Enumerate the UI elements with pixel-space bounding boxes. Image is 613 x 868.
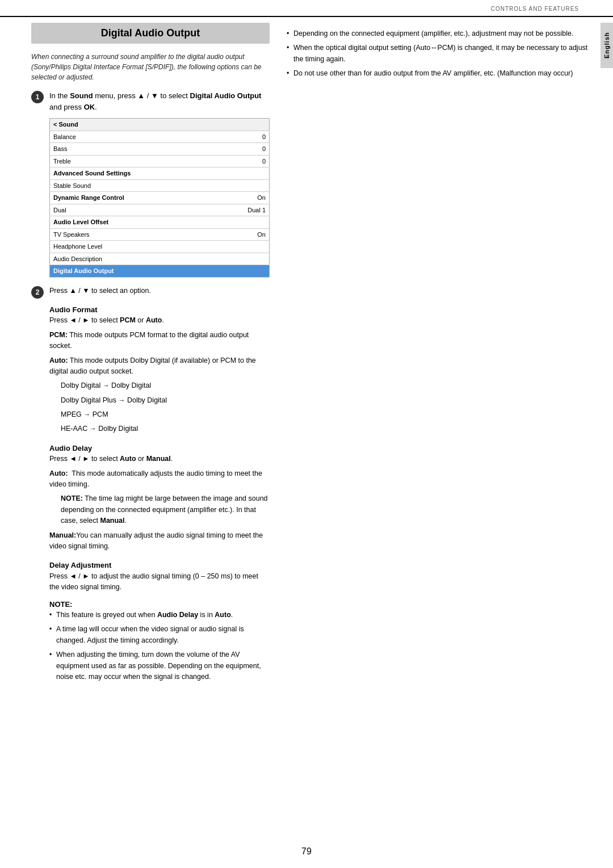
note-item-1: This feature is greyed out when Audio De… xyxy=(49,610,270,620)
audio-delay-title: Audio Delay xyxy=(49,443,270,454)
right-bullet-3: Do not use other than for audio output f… xyxy=(287,68,590,79)
page-title-box: Digital Audio Output xyxy=(31,23,270,44)
top-rule xyxy=(0,16,613,17)
step-2-instruction: Press ▲ / ▼ to select an option. xyxy=(49,286,270,296)
menu-tv-speakers-value: On xyxy=(216,228,269,241)
menu-header-row: < Sound xyxy=(50,119,270,131)
menu-dynamic-label: Dynamic Range Control xyxy=(50,192,216,204)
step-1-content: In the Sound menu, press ▲ / ▼ to select… xyxy=(49,90,270,278)
note-block: NOTE: This feature is greyed out when Au… xyxy=(49,599,270,683)
note-label: NOTE: xyxy=(49,599,270,610)
page-container: CONTROLS AND FEATURES English Digital Au… xyxy=(0,0,613,868)
step-1: 1 In the Sound menu, press ▲ / ▼ to sele… xyxy=(31,90,270,278)
menu-tv-speakers-row: TV Speakers On xyxy=(50,228,270,241)
menu-audio-desc-row: Audio Description xyxy=(50,253,270,265)
menu-digital-audio-row: Digital Audio Output xyxy=(50,265,270,278)
menu-advanced-row: Advanced Sound Settings xyxy=(50,167,270,180)
menu-dynamic-value: On xyxy=(216,192,269,204)
menu-digital-audio-label: Digital Audio Output xyxy=(50,265,270,278)
menu-tv-speakers-label: TV Speakers xyxy=(50,228,216,241)
left-column: Digital Audio Output When connecting a s… xyxy=(31,23,270,694)
menu-treble-value: 0 xyxy=(216,155,269,167)
controls-header: CONTROLS AND FEATURES xyxy=(491,6,579,12)
menu-balance-value: 0 xyxy=(216,131,269,143)
delay-adjustment-section: Delay Adjustment Press ◄ / ► to adjust t… xyxy=(49,560,270,593)
note-list: This feature is greyed out when Audio De… xyxy=(49,610,270,682)
menu-header-cell: < Sound xyxy=(50,119,270,131)
main-content: Digital Audio Output When connecting a s… xyxy=(31,23,590,834)
menu-bass-label: Bass xyxy=(50,143,216,156)
conversion-list: Dolby Digital → Dolby Digital Dolby Digi… xyxy=(49,380,270,435)
menu-dynamic-row: Dynamic Range Control On xyxy=(50,192,270,204)
right-column: Depending on the connected equipment (am… xyxy=(287,23,590,694)
menu-balance-label: Balance xyxy=(50,131,216,143)
menu-treble-row: Treble 0 xyxy=(50,155,270,167)
menu-balance-row: Balance 0 xyxy=(50,131,270,143)
delay-adjustment-instruction: Press ◄ / ► to adjust the audio signal t… xyxy=(49,571,270,593)
menu-audio-level-label: Audio Level Offset xyxy=(50,216,270,229)
step-2: 2 Press ▲ / ▼ to select an option. Audio… xyxy=(31,286,270,686)
pcm-description: PCM: This mode outputs PCM format to the… xyxy=(49,330,270,352)
delay-adjustment-title: Delay Adjustment xyxy=(49,560,270,571)
menu-dual-row: Dual Dual 1 xyxy=(50,204,270,216)
audio-delay-section: Audio Delay Press ◄ / ► to select Auto o… xyxy=(49,443,270,552)
page-number: 79 xyxy=(301,846,312,857)
menu-audio-level-row: Audio Level Offset xyxy=(50,216,270,229)
audio-delay-manual-desc: Manual:You can manually adjust the audio… xyxy=(49,530,270,552)
step-2-number: 2 xyxy=(31,286,44,299)
menu-dual-value: Dual 1 xyxy=(216,204,269,216)
audio-delay-auto-desc: Auto: This mode automatically adjusts th… xyxy=(49,468,270,490)
audio-delay-note: NOTE: The time lag might be large betwee… xyxy=(49,493,270,526)
intro-paragraph: When connecting a surround sound amplifi… xyxy=(31,52,270,82)
menu-headphone-row: Headphone Level xyxy=(50,241,270,253)
menu-audio-desc-label: Audio Description xyxy=(50,253,216,265)
note-item-3: When adjusting the timing, turn down the… xyxy=(49,649,270,682)
english-tab: English xyxy=(601,23,613,68)
step-1-number: 1 xyxy=(31,91,44,103)
audio-delay-instruction: Press ◄ / ► to select Auto or Manual. xyxy=(49,454,270,464)
right-bullet-list: Depending on the connected equipment (am… xyxy=(287,28,590,79)
menu-stable-row: Stable Sound xyxy=(50,179,270,192)
menu-advanced-label: Advanced Sound Settings xyxy=(50,167,270,180)
menu-dual-label: Dual xyxy=(50,204,216,216)
menu-treble-label: Treble xyxy=(50,155,216,167)
audio-format-title: Audio Format xyxy=(49,304,270,316)
right-bullet-2: When the optical digital output setting … xyxy=(287,43,590,65)
menu-bass-value: 0 xyxy=(216,143,269,156)
menu-stable-label: Stable Sound xyxy=(50,179,216,192)
audio-format-section: Audio Format Press ◄ / ► to select PCM o… xyxy=(49,304,270,435)
right-bullet-1: Depending on the connected equipment (am… xyxy=(287,28,590,39)
menu-bass-row: Bass 0 xyxy=(50,143,270,156)
note-item-2: A time lag will occur when the video sig… xyxy=(49,624,270,646)
auto-description: Auto: This mode outputs Dolby Digital (i… xyxy=(49,355,270,378)
step-2-content: Press ▲ / ▼ to select an option. Audio F… xyxy=(49,286,270,686)
sound-menu-table: < Sound Balance 0 Bass 0 Trebl xyxy=(49,118,270,278)
menu-headphone-label: Headphone Level xyxy=(50,241,216,253)
audio-format-instruction: Press ◄ / ► to select PCM or Auto. xyxy=(49,315,270,326)
page-title: Digital Audio Output xyxy=(43,27,258,39)
